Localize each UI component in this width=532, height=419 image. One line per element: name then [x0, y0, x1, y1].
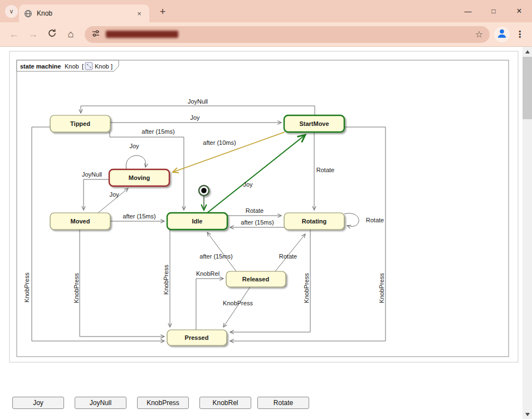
reload-button[interactable]	[42, 25, 61, 44]
submachine-icon	[85, 62, 92, 70]
transition-label: after (15ms)	[141, 128, 174, 135]
state-rotating: Rotating	[284, 213, 344, 230]
home-button[interactable]: ⌂	[61, 25, 80, 44]
tab-search-button[interactable]: ∨	[5, 5, 18, 18]
page-content: state machine Knob [ Knob ]	[0, 47, 532, 419]
transition-label: after (15ms)	[241, 219, 274, 226]
transition-label: after (15ms)	[123, 213, 155, 220]
address-bar[interactable]: ☆	[85, 26, 490, 43]
tab-title: Knob	[37, 9, 134, 17]
person-icon	[496, 27, 508, 42]
scroll-down-icon[interactable]	[523, 410, 532, 419]
bookmark-star-icon[interactable]: ☆	[475, 29, 483, 40]
transition-label: Joy	[243, 181, 253, 188]
state-idle: Idle	[167, 213, 227, 230]
frame-name: Knob	[65, 63, 79, 70]
frame-bracket-open: [	[82, 63, 84, 70]
scrollbar-thumb[interactable]	[523, 57, 532, 119]
state-label: Pressed	[185, 334, 209, 341]
diagram-canvas	[9, 51, 518, 362]
browser-toolbar: ← → ⌂ ☆	[0, 22, 532, 47]
state-tipped: Tipped	[50, 115, 110, 132]
event-button-knobrel[interactable]: KnobRel	[199, 397, 251, 409]
back-button[interactable]: ←	[4, 25, 23, 44]
window-titlebar: ∨ Knob × + — □ ×	[0, 0, 532, 22]
state-startmove: StartMove	[284, 115, 344, 132]
state-moved: Moved	[50, 213, 110, 230]
state-label: Tipped	[70, 120, 90, 127]
event-button-joynull[interactable]: JoyNull	[75, 397, 126, 409]
frame-bracket-close: ]	[111, 63, 113, 70]
transition-label-vertical: KnobPress	[73, 273, 80, 303]
transition-label: KnobPress	[223, 300, 253, 306]
window-controls: — □ ×	[455, 0, 532, 22]
reload-icon	[47, 28, 57, 41]
state-label: StartMove	[299, 120, 329, 127]
frame-kind-label: state machine	[20, 63, 61, 70]
state-label: Idle	[192, 218, 203, 225]
event-button-knobpress[interactable]: KnobPress	[137, 397, 189, 409]
browser-tab[interactable]: Knob ×	[19, 4, 149, 22]
transition-label: JoyNull	[82, 171, 102, 178]
profile-avatar[interactable]	[494, 27, 510, 42]
transition-label: JoyNull	[188, 98, 208, 105]
close-window-button[interactable]: ×	[506, 0, 532, 22]
transition-label: after (10ms)	[203, 139, 236, 146]
state-label: Moving	[129, 174, 150, 181]
transition-label: Rotate	[316, 167, 334, 173]
browser-window: ∨ Knob × + — □ × ← →	[0, 0, 532, 419]
minimize-button[interactable]: —	[455, 0, 481, 22]
state-moving: Moving	[109, 169, 169, 186]
transition-label: Joy	[109, 191, 119, 198]
transition-label-vertical: KnobPress	[163, 265, 169, 295]
chevron-down-icon: ∨	[9, 8, 13, 15]
event-button-joy[interactable]: Joy	[12, 397, 64, 409]
state-machine-diagram: state machine Knob [ Knob ]	[0, 47, 523, 419]
transition-label: Rotate	[246, 207, 263, 214]
transition-label-vertical: KnobPress	[303, 273, 310, 303]
redacted-url	[106, 31, 178, 38]
transition-label: KnobRel	[196, 270, 219, 277]
state-label: Released	[242, 276, 269, 282]
state-label: Moved	[71, 218, 90, 225]
event-button-rotate[interactable]: Rotate	[257, 397, 309, 409]
menu-dots-icon[interactable]: ⋮	[512, 25, 528, 44]
close-tab-icon[interactable]: ×	[134, 8, 144, 18]
site-settings-icon[interactable]	[91, 29, 100, 40]
state-released: Released	[226, 271, 286, 287]
state-label: Rotating	[302, 218, 327, 225]
transition-label-vertical: KnobPress	[378, 273, 385, 303]
vertical-scrollbar[interactable]	[523, 47, 532, 419]
frame-ref-name: Knob	[95, 63, 109, 70]
transition-label: Joy	[129, 143, 139, 149]
transition-label: Rotate	[366, 217, 384, 223]
globe-icon	[24, 9, 32, 18]
scroll-up-icon[interactable]	[523, 47, 532, 56]
forward-button[interactable]: →	[23, 25, 42, 44]
new-tab-button[interactable]: +	[156, 5, 169, 18]
maximize-button[interactable]: □	[481, 0, 506, 22]
transition-label-vertical: KnobPress	[23, 272, 30, 303]
transition-label: after (15ms)	[199, 253, 232, 260]
state-pressed: Pressed	[167, 330, 227, 345]
transition-label: Rotate	[279, 253, 297, 260]
transition-label: Joy	[190, 114, 200, 121]
